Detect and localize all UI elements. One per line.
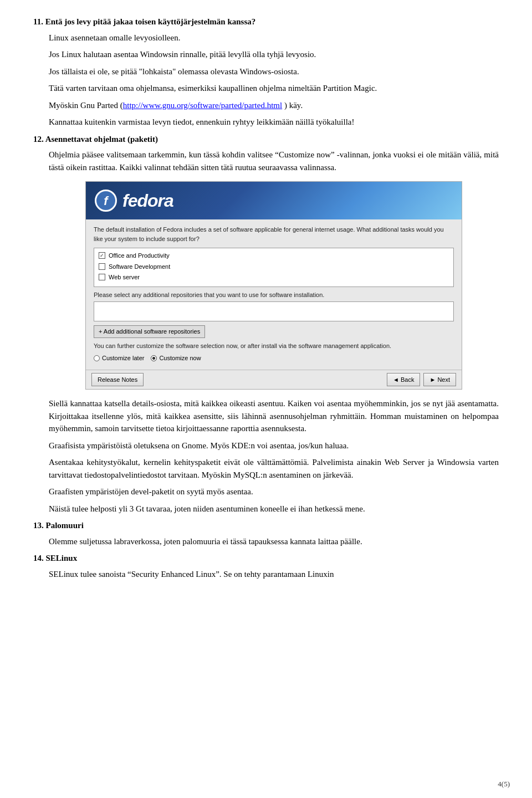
fedora-customize-note: You can further customize the software s… [94, 341, 454, 351]
section-11-heading: 11. Entä jos levy pitää jakaa toisen käy… [33, 16, 499, 28]
fedora-logo-icon: f [95, 190, 117, 212]
section-14-heading: 14. SELinux [33, 552, 499, 565]
checkbox-office[interactable]: ✓ [99, 252, 105, 259]
section-11-para5-post: ) käy. [282, 101, 303, 110]
section-13-para1: Olemme suljetussa labraverkossa, joten p… [49, 535, 499, 548]
section-11-para4: Tätä varten tarvitaan oma ohjelmansa, es… [49, 82, 499, 95]
fedora-description: The default installation of Fedora inclu… [94, 225, 454, 243]
section-13-heading: 13. Palomuuri [33, 519, 499, 532]
section-11-body: Linux asennetaan omalle levyosiolleen. J… [33, 32, 499, 129]
section-11-para2: Jos Linux halutaan asentaa Windowsin rin… [49, 48, 499, 61]
checkbox-web-server[interactable] [99, 274, 105, 280]
radio-customize-now[interactable]: Customize now [151, 354, 201, 363]
fedora-body: The default installation of Fedora inclu… [86, 219, 462, 370]
back-button[interactable]: ◄ Back [387, 373, 420, 387]
fedora-repo-box [94, 301, 454, 321]
section-12-para3: Graafisista ympäristöistä oletuksena on … [49, 439, 499, 452]
section-12-body: Ohjelmia pääsee valitsemaan tarkemmin, k… [33, 149, 499, 515]
section-11-para5-pre: Myöskin Gnu Parted ( [49, 101, 123, 110]
section-11-para3: Jos tällaista ei ole, se pitää "lohkaist… [49, 65, 499, 78]
section-11: 11. Entä jos levy pitää jakaa toisen käy… [33, 16, 499, 129]
checkbox-office-label: Office and Productivity [109, 251, 170, 260]
page-number: 4(5) [498, 779, 510, 790]
checkbox-row-0: ✓ Office and Productivity [99, 251, 449, 260]
section-14-para1: SELinux tulee sanoista “Security Enhance… [49, 568, 499, 581]
add-repos-button[interactable]: + Add additional software repositories [94, 325, 205, 338]
fedora-screenshot: f fedora The default installation of Fed… [85, 181, 462, 390]
radio-customize-now-btn[interactable] [151, 355, 157, 361]
section-12-para4: Asentakaa kehitystyökalut, kernelin kehi… [49, 456, 499, 481]
main-content: 11. Entä jos levy pitää jakaa toisen käy… [33, 16, 499, 580]
section-13-body: Olemme suljetussa labraverkossa, joten p… [33, 535, 499, 548]
checkbox-web-server-label: Web server [109, 273, 140, 282]
checkbox-software-dev-label: Software Development [109, 262, 170, 272]
fedora-logo-text: fedora [122, 187, 173, 214]
section-12-heading: 12. Asennettavat ohjelmat (paketit) [33, 133, 499, 146]
section-11-para5: Myöskin Gnu Parted (http://www.gnu.org/s… [49, 99, 499, 112]
parted-link[interactable]: http://www.gnu.org/software/parted/parte… [123, 101, 282, 110]
fedora-footer: Release Notes ◄ Back ► Next [86, 370, 462, 390]
radio-customize-later-btn[interactable] [94, 355, 100, 361]
section-12: 12. Asennettavat ohjelmat (paketit) Ohje… [33, 133, 499, 515]
radio-customize-now-label: Customize now [159, 354, 201, 363]
section-12-para1: Ohjelmia pääsee valitsemaan tarkemmin, k… [49, 149, 499, 173]
section-14: 14. SELinux SELinux tulee sanoista “Secu… [33, 552, 499, 580]
checkbox-software-dev[interactable] [99, 263, 105, 270]
fedora-radio-row: Customize later Customize now [94, 354, 454, 363]
radio-customize-later-label: Customize later [102, 354, 144, 363]
section-11-para1: Linux asennetaan omalle levyosiolleen. [49, 32, 499, 44]
release-notes-button[interactable]: Release Notes [91, 373, 144, 387]
checkbox-row-1: Software Development [99, 262, 449, 272]
section-13: 13. Palomuuri Olemme suljetussa labraver… [33, 519, 499, 548]
fedora-header: f fedora [86, 182, 462, 219]
section-12-para2: Siellä kannattaa katsella details-osiost… [49, 397, 499, 435]
fedora-options-box: ✓ Office and Productivity Software Devel… [94, 248, 454, 287]
next-button[interactable]: ► Next [423, 373, 456, 387]
section-11-para6: Kannattaa kuitenkin varmistaa levyn tied… [49, 116, 499, 129]
checkbox-row-2: Web server [99, 273, 449, 282]
section-14-body: SELinux tulee sanoista “Security Enhance… [33, 568, 499, 581]
section-12-para6: Näistä tulee helposti yli 3 Gt tavaraa, … [49, 503, 499, 515]
radio-customize-later[interactable]: Customize later [94, 354, 144, 363]
fedora-repo-label: Please select any additional repositorie… [94, 290, 454, 300]
section-12-para5: Graafisten ympäristöjen devel-paketit on… [49, 485, 499, 498]
